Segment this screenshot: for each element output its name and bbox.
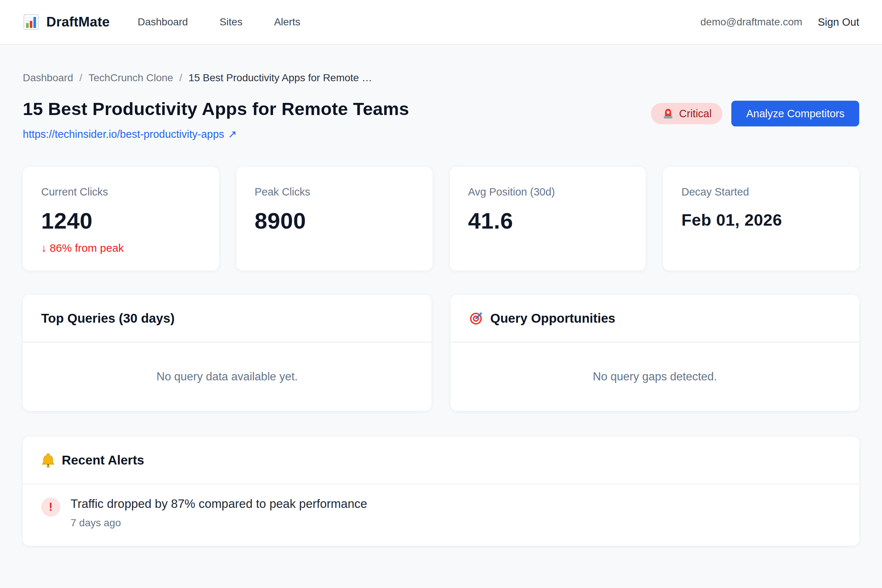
- query-opportunities-body: No query gaps detected.: [450, 342, 859, 411]
- status-badge: Critical: [651, 103, 723, 124]
- breadcrumb-separator: /: [80, 72, 82, 84]
- breadcrumb-site[interactable]: TechCrunch Clone: [88, 72, 173, 84]
- alert-message: Traffic dropped by 87% compared to peak …: [70, 497, 367, 511]
- main-nav: Dashboard Sites Alerts: [138, 16, 300, 28]
- breadcrumb-dashboard[interactable]: Dashboard: [23, 72, 73, 84]
- page-header-actions: Critical Analyze Competitors: [651, 99, 859, 126]
- external-link-arrow-icon: ↗: [228, 128, 237, 140]
- stat-card-avg-position: Avg Position (30d) 41.6: [450, 167, 646, 270]
- top-queries-panel: Top Queries (30 days) No query data avai…: [23, 295, 432, 411]
- topbar-right: demo@draftmate.com Sign Out: [700, 16, 859, 28]
- page-header-left: 15 Best Productivity Apps for Remote Tea…: [23, 99, 409, 140]
- stat-value: Feb 01, 2026: [681, 211, 841, 230]
- stat-label: Decay Started: [681, 186, 841, 198]
- breadcrumb-separator: /: [179, 72, 182, 84]
- siren-icon: [662, 107, 674, 120]
- query-opportunities-empty-message: No query gaps detected.: [593, 370, 717, 383]
- target-icon: [469, 311, 484, 326]
- user-email: demo@draftmate.com: [700, 16, 802, 28]
- alert-content: Traffic dropped by 87% compared to peak …: [70, 497, 367, 529]
- nav-item-alerts[interactable]: Alerts: [274, 16, 301, 28]
- stat-card-decay-started: Decay Started Feb 01, 2026: [663, 167, 859, 270]
- brand[interactable]: DraftMate: [23, 14, 110, 30]
- stat-card-current-clicks: Current Clicks 1240 ↓ 86% from peak: [23, 167, 219, 270]
- query-opportunities-header: Query Opportunities: [450, 295, 859, 342]
- breadcrumb-current-page: 15 Best Productivity Apps for Remote …: [189, 72, 372, 84]
- page-header: 15 Best Productivity Apps for Remote Tea…: [23, 99, 859, 140]
- alert-timestamp: 7 days ago: [70, 517, 367, 529]
- stat-label: Current Clicks: [41, 186, 201, 198]
- stat-value: 8900: [255, 208, 414, 234]
- page-url-text: https://techinsider.io/best-productivity…: [23, 128, 224, 140]
- stat-value: 1240: [41, 208, 201, 234]
- status-badge-label: Critical: [679, 108, 712, 120]
- stats-grid: Current Clicks 1240 ↓ 86% from peak Peak…: [23, 167, 859, 270]
- top-queries-empty-message: No query data available yet.: [156, 370, 298, 383]
- nav-item-sites[interactable]: Sites: [219, 16, 242, 28]
- bell-icon: [41, 453, 55, 468]
- recent-alerts-panel: Recent Alerts ! Traffic dropped by 87% c…: [23, 436, 859, 546]
- analyze-competitors-button[interactable]: Analyze Competitors: [731, 101, 859, 126]
- alert-exclamation-icon: !: [41, 498, 60, 517]
- stat-card-peak-clicks: Peak Clicks 8900: [236, 167, 432, 270]
- recent-alerts-title: Recent Alerts: [62, 453, 144, 468]
- panels-row: Top Queries (30 days) No query data avai…: [23, 295, 859, 411]
- page-url-link[interactable]: https://techinsider.io/best-productivity…: [23, 128, 237, 140]
- stat-value: 41.6: [468, 208, 628, 234]
- query-opportunities-panel: Query Opportunities No query gaps detect…: [450, 295, 859, 411]
- query-opportunities-title: Query Opportunities: [490, 311, 615, 326]
- stat-label: Peak Clicks: [255, 186, 414, 198]
- stat-delta: ↓ 86% from peak: [41, 242, 201, 254]
- page-title: 15 Best Productivity Apps for Remote Tea…: [23, 99, 409, 119]
- bar-chart-logo-icon: [23, 14, 40, 30]
- sign-out-button[interactable]: Sign Out: [818, 16, 859, 28]
- breadcrumb: Dashboard / TechCrunch Clone / 15 Best P…: [23, 72, 859, 84]
- recent-alerts-header: Recent Alerts: [23, 436, 859, 484]
- stat-label: Avg Position (30d): [468, 186, 628, 198]
- top-navigation-bar: DraftMate Dashboard Sites Alerts demo@dr…: [0, 0, 882, 45]
- top-queries-title: Top Queries (30 days): [41, 311, 175, 326]
- top-queries-body: No query data available yet.: [23, 342, 432, 411]
- top-queries-header: Top Queries (30 days): [23, 295, 432, 342]
- nav-item-dashboard[interactable]: Dashboard: [138, 16, 188, 28]
- alert-list-item: ! Traffic dropped by 87% compared to pea…: [23, 484, 859, 546]
- brand-name: DraftMate: [46, 14, 110, 30]
